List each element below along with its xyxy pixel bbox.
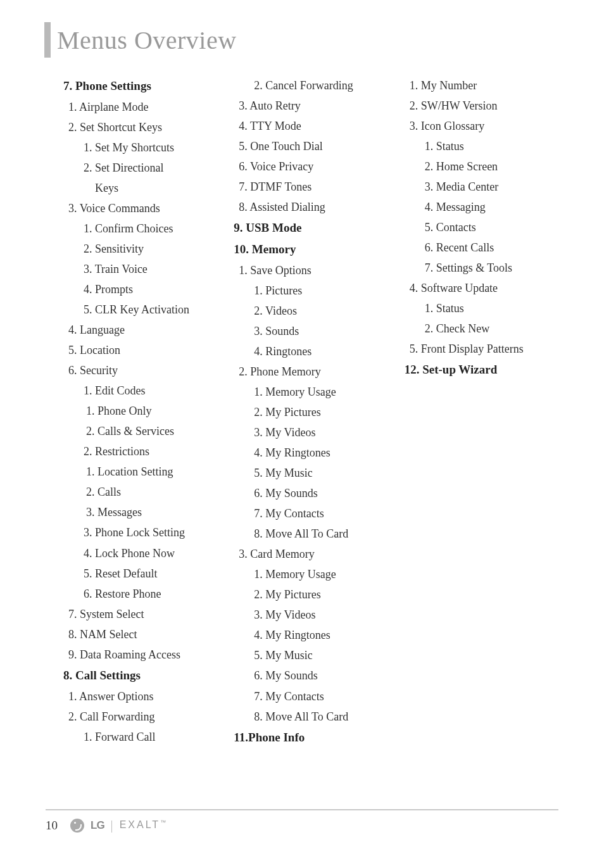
menu-line: 10. Memory (234, 239, 387, 260)
menu-line: 5. Reset Default (74, 563, 217, 584)
brand-lockup: LG | EXALT™ (70, 818, 168, 833)
menu-line: 3. My Videos (244, 422, 387, 443)
menu-line: 12. Set-up Wizard (405, 359, 558, 381)
menu-line: 9. Data Roaming Access (74, 645, 217, 665)
menu-line: 7. Phone Settings (63, 75, 217, 97)
footer-rule (46, 809, 558, 810)
menu-line: 4. Messaging (415, 197, 558, 217)
menu-line: 5. Location (74, 340, 217, 360)
menu-line: 4. Lock Phone Now (74, 543, 217, 563)
menu-line: 1. Save Options (244, 260, 387, 280)
menu-line: 8. Call Settings (63, 665, 217, 686)
menu-line: 2. My Pictures (244, 402, 387, 422)
page-number: 10 (46, 819, 58, 833)
menu-line: 2. Set Directional (74, 158, 217, 178)
menu-line: 3. My Videos (244, 605, 387, 625)
menu-line: 6. My Sounds (244, 483, 387, 503)
page-footer: 10 LG | EXALT™ (46, 809, 558, 833)
menu-line: 1. Memory Usage (244, 564, 387, 584)
menu-line: 4. Ringtones (244, 341, 387, 362)
menu-line: 6. Security (74, 360, 217, 381)
menu-outline: 7. Phone Settings1. Airplane Mode2. Set … (0, 58, 604, 767)
lg-wordmark: LG (91, 819, 104, 832)
lg-logo-icon (70, 819, 84, 833)
menu-line: 3. Train Voice (74, 259, 217, 279)
menu-line: 2. Home Screen (415, 156, 558, 177)
menu-line: 7. My Contacts (244, 503, 387, 524)
page-title: Menus Overview (57, 25, 237, 55)
menu-line: 2. Sensitivity (74, 239, 217, 259)
menu-line: 1. Phone Only (74, 401, 217, 421)
menu-line: 2. Videos (244, 301, 387, 321)
menu-line: 1. Airplane Mode (74, 97, 217, 117)
menu-line: 1. Set My Shortcuts (74, 137, 217, 158)
menu-line: 7. Settings & Tools (415, 258, 558, 278)
menu-line: 11.Phone Info (234, 727, 387, 748)
menu-line: 1. Status (415, 136, 558, 156)
brand-divider: | (111, 818, 113, 833)
menu-line: 5. Contacts (415, 217, 558, 237)
menu-line: 2. SW/HW Version (415, 96, 558, 116)
trademark-symbol: ™ (160, 819, 168, 826)
menu-line: 3. Card Memory (244, 544, 387, 564)
menu-line: 7. System Select (74, 604, 217, 624)
menu-line: 3. Sounds (244, 321, 387, 341)
menu-line: 5. Front Display Patterns (415, 339, 558, 359)
menu-line: 4. My Ringtones (244, 625, 387, 645)
menu-line: 4. Prompts (74, 279, 217, 299)
menu-line: 4. My Ringtones (244, 443, 387, 463)
menu-line: 3. Voice Commands (74, 198, 217, 218)
menu-line: 6. Restore Phone (74, 584, 217, 604)
menu-line: 4. Software Update (415, 278, 558, 298)
menu-line: Keys (63, 178, 217, 198)
menu-line: 2. Cancel Forwarding (244, 75, 387, 96)
menu-line: 2. Restrictions (74, 441, 217, 462)
menu-line: 1. Edit Codes (74, 381, 217, 401)
menu-line: 1. Confirm Choices (74, 218, 217, 239)
menu-line: 1. Memory Usage (244, 382, 387, 402)
menu-line: 1. Location Setting (74, 462, 217, 482)
menu-line: 2. Calls & Services (74, 421, 217, 441)
menu-line: 1. My Number (415, 75, 558, 96)
menu-line: 1. Forward Call (74, 727, 217, 747)
page-header: Menus Overview (0, 0, 604, 58)
menu-line: 5. My Music (244, 645, 387, 665)
menu-line: 3. Media Center (415, 177, 558, 197)
menu-line: 6. My Sounds (244, 665, 387, 686)
menu-line: 2. Set Shortcut Keys (74, 117, 217, 137)
menu-line: 6. Voice Privacy (244, 156, 387, 177)
menu-line: 2. Call Forwarding (74, 707, 217, 727)
menu-line: 4. TTY Mode (244, 116, 387, 136)
menu-line: 6. Recent Calls (415, 237, 558, 258)
exalt-wordmark: EXALT™ (120, 819, 168, 831)
menu-line: 2. My Pictures (244, 584, 387, 605)
menu-line: 5. My Music (244, 463, 387, 483)
menu-line: 8. NAM Select (74, 624, 217, 645)
menu-line: 8. Assisted Dialing (244, 197, 387, 217)
title-accent-bar (44, 22, 51, 58)
menu-line: 8. Move All To Card (244, 707, 387, 727)
menu-line: 3. Phone Lock Setting (74, 522, 217, 543)
menu-line: 7. My Contacts (244, 686, 387, 707)
menu-line: 9. USB Mode (234, 217, 387, 239)
menu-line: 3. Icon Glossary (415, 116, 558, 136)
menu-line: 5. CLR Key Activation (74, 299, 217, 320)
menu-line: 2. Check New (415, 318, 558, 339)
menu-line: 1. Status (415, 298, 558, 318)
exalt-text: EXALT (120, 820, 161, 831)
menu-line: 3. Messages (74, 502, 217, 522)
menu-line: 7. DTMF Tones (244, 177, 387, 197)
menu-line: 2. Calls (74, 482, 217, 502)
footer-content: 10 LG | EXALT™ (46, 818, 558, 833)
menu-line: 8. Move All To Card (244, 524, 387, 544)
menu-line: 2. Phone Memory (244, 362, 387, 382)
menu-line: 1. Pictures (244, 280, 387, 301)
menu-line: 5. One Touch Dial (244, 136, 387, 156)
menu-line: 4. Language (74, 320, 217, 340)
menu-line: 1. Answer Options (74, 686, 217, 707)
menu-line: 3. Auto Retry (244, 96, 387, 116)
